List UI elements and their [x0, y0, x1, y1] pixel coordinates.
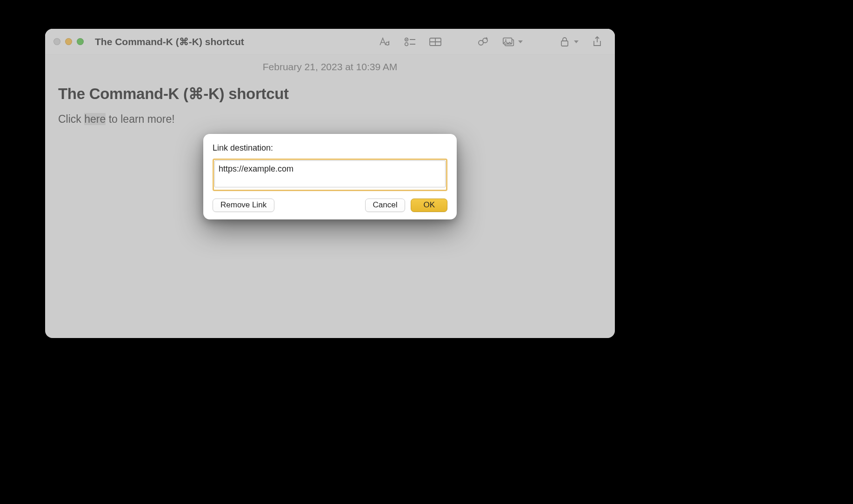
share-icon[interactable]: [591, 35, 604, 48]
selected-text[interactable]: here: [84, 113, 106, 125]
link-destination-label: Link destination:: [213, 143, 447, 153]
titlebar: The Command-K (⌘-K) shortcut: [45, 29, 615, 55]
note-body: February 21, 2023 at 10:39 AM The Comman…: [45, 55, 615, 126]
minimize-window-button[interactable]: [65, 38, 72, 45]
note-text-suffix: to learn more!: [106, 113, 174, 125]
ok-button[interactable]: OK: [411, 199, 447, 212]
lock-icon: [558, 35, 571, 48]
window-title: The Command-K (⌘-K) shortcut: [95, 36, 244, 47]
checklist-icon[interactable]: [404, 35, 417, 48]
lock-menu[interactable]: [558, 35, 579, 48]
remove-link-button[interactable]: Remove Link: [213, 199, 274, 212]
format-icon[interactable]: [379, 35, 392, 48]
link-dialog: Link destination: Remove Link Cancel OK: [203, 134, 457, 219]
chevron-down-icon: [574, 40, 579, 43]
chevron-down-icon: [518, 40, 523, 43]
svg-point-1: [405, 42, 408, 46]
close-window-button[interactable]: [53, 38, 60, 45]
cancel-button[interactable]: Cancel: [365, 199, 406, 212]
dialog-buttons: Remove Link Cancel OK: [213, 199, 447, 212]
toolbar: [379, 35, 606, 48]
link-url-input[interactable]: [214, 160, 446, 187]
media-icon: [502, 35, 515, 48]
svg-point-11: [505, 39, 506, 40]
note-date: February 21, 2023 at 10:39 AM: [58, 55, 602, 85]
table-icon[interactable]: [429, 35, 442, 48]
link-icon[interactable]: [477, 35, 490, 48]
media-menu[interactable]: [502, 35, 523, 48]
note-line[interactable]: Click here to learn more!: [58, 113, 602, 126]
svg-rect-12: [561, 41, 568, 46]
note-text-prefix: Click: [58, 113, 84, 125]
note-title: The Command-K (⌘-K) shortcut: [58, 85, 602, 113]
zoom-window-button[interactable]: [77, 38, 84, 45]
url-field-focus-ring: [213, 159, 447, 191]
notes-window: The Command-K (⌘-K) shortcut: [45, 29, 615, 338]
traffic-lights: [53, 38, 84, 45]
